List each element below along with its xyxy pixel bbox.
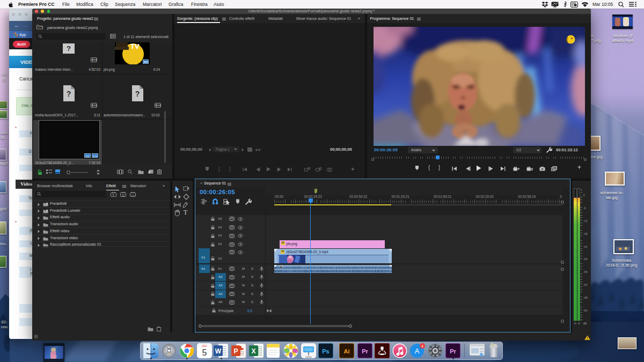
svg-text:Ai: Ai: [344, 348, 350, 354]
svg-text:GIU: GIU: [202, 344, 207, 348]
svg-text:W: W: [215, 348, 222, 355]
svg-text:P: P: [233, 348, 238, 355]
svg-text:Pr: Pr: [362, 348, 368, 354]
svg-text:X: X: [251, 348, 255, 355]
svg-text:32: 32: [122, 194, 125, 197]
svg-text:Pr: Pr: [450, 348, 456, 354]
svg-text:?: ?: [135, 90, 140, 98]
svg-text:YUV: YUV: [130, 194, 135, 197]
svg-text:5: 5: [202, 348, 207, 357]
svg-text:Ps: Ps: [322, 348, 329, 354]
svg-text:?: ?: [67, 90, 71, 98]
svg-text:A: A: [415, 347, 420, 355]
svg-text:4: 4: [421, 344, 423, 348]
